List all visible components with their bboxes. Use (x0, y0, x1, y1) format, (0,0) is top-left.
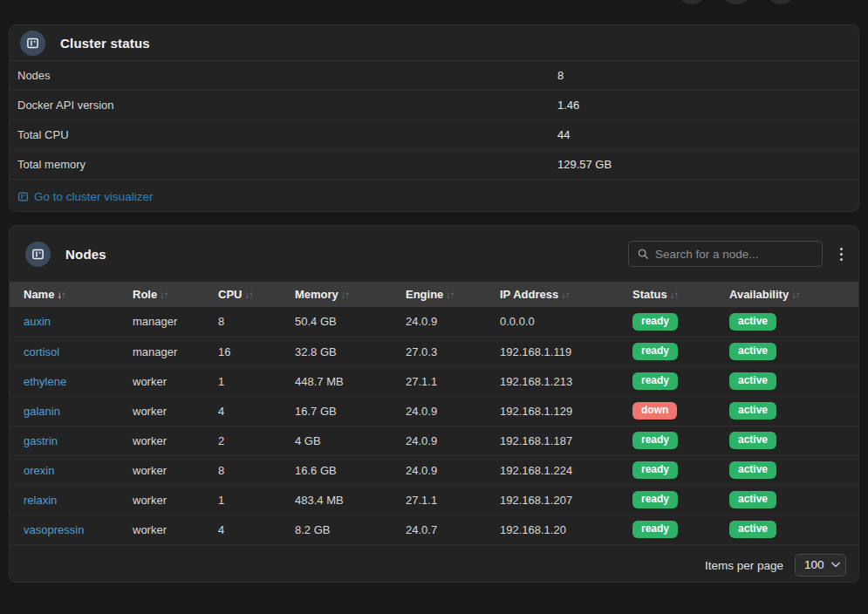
column-header-memory[interactable]: Memory↓↑ (281, 282, 392, 307)
server-icon (25, 242, 51, 267)
column-header-cpu[interactable]: CPU↓↑ (204, 282, 281, 307)
table-row: relaxinworker1483.4 MB27.1.1192.168.1.20… (10, 485, 858, 515)
stat-row-docker-api-version: Docker API version 1.46 (10, 91, 858, 120)
column-label: Name (24, 288, 54, 301)
nodes-panel: Nodes Name↓↑Role↓↑CPU↓↑Memory↓↑Engine↓↑I… (9, 225, 859, 583)
table-settings-button[interactable] (835, 244, 848, 264)
availability-badge: active (729, 432, 776, 449)
table-footer: Items per page 100 (10, 545, 858, 580)
node-name-link[interactable]: vasopressin (10, 515, 119, 544)
table-row: auxinmanager850.4 GB24.0.90.0.0.0readyac… (10, 307, 858, 337)
cell-availability: active (715, 396, 858, 426)
sort-arrows-icon: ↓↑ (341, 290, 350, 300)
cell-engine: 27.1.1 (392, 366, 486, 396)
cell-cpu: 16 (204, 337, 281, 366)
stat-label: Total memory (17, 158, 85, 171)
node-search-box (628, 241, 823, 267)
cell-engine: 27.1.1 (392, 485, 486, 515)
stat-label: Total CPU (17, 128, 69, 141)
node-search-input[interactable] (655, 248, 814, 261)
window-control-button-1[interactable] (676, 0, 707, 4)
node-name-link[interactable]: galanin (10, 396, 119, 426)
availability-badge: active (729, 343, 776, 360)
node-name-link[interactable]: orexin (10, 455, 119, 485)
table-row: ethyleneworker1448.7 MB27.1.1192.168.1.2… (10, 366, 858, 396)
column-header-role[interactable]: Role↓↑ (119, 282, 204, 307)
cell-role: worker (119, 455, 204, 485)
node-name-link[interactable]: gastrin (10, 426, 119, 455)
cell-engine: 27.0.3 (392, 337, 486, 366)
cell-cpu: 8 (204, 307, 281, 337)
cell-role: worker (119, 515, 204, 544)
cell-engine: 24.0.9 (392, 396, 486, 426)
availability-badge: active (729, 461, 776, 479)
sort-arrows-icon: ↓↑ (791, 290, 800, 300)
table-row: vasopressinworker48.2 GB24.0.7192.168.1.… (10, 515, 858, 544)
table-row: galaninworker416.7 GB24.0.9192.168.1.129… (10, 396, 858, 426)
nodes-panel-header: Nodes (10, 226, 858, 282)
window-control-button-2[interactable] (721, 0, 752, 4)
column-label: IP Address (500, 288, 558, 301)
status-badge: ready (632, 372, 678, 390)
nodes-table-header-row: Name↓↑Role↓↑CPU↓↑Memory↓↑Engine↓↑IP Addr… (10, 282, 858, 307)
cell-memory: 8.2 GB (281, 515, 392, 544)
cell-cpu: 2 (204, 426, 281, 455)
node-name-link[interactable]: ethylene (10, 366, 119, 396)
status-badge: down (632, 402, 677, 420)
cell-availability: active (715, 455, 858, 485)
availability-badge: active (729, 521, 776, 538)
cell-ip: 192.168.1.129 (486, 396, 619, 426)
column-header-engine[interactable]: Engine↓↑ (392, 282, 486, 307)
cell-status: ready (619, 366, 715, 396)
cluster-visualizer-link[interactable]: Go to cluster visualizer (17, 190, 154, 203)
cell-ip: 192.168.1.119 (486, 337, 619, 366)
cell-engine: 24.0.9 (392, 426, 486, 455)
sort-arrows-icon: ↓↑ (670, 290, 679, 300)
sort-arrows-icon: ↓↑ (160, 290, 168, 300)
availability-badge: active (729, 402, 776, 420)
cell-engine: 24.0.7 (392, 515, 486, 544)
cell-memory: 448.7 MB (281, 366, 392, 396)
cell-ip: 192.168.1.187 (486, 426, 619, 455)
cell-memory: 50.4 GB (281, 307, 392, 337)
cell-status: ready (619, 337, 715, 366)
column-label: Status (632, 288, 667, 301)
server-icon (17, 191, 29, 202)
cluster-visualizer-link-label: Go to cluster visualizer (34, 190, 154, 203)
cell-availability: active (715, 426, 858, 455)
status-badge: ready (632, 521, 678, 538)
status-badge: ready (632, 461, 678, 479)
status-badge: ready (632, 313, 678, 331)
table-row: cortisolmanager1632.8 GB27.0.3192.168.1.… (10, 337, 858, 366)
node-name-link[interactable]: auxin (10, 307, 119, 337)
availability-badge: active (729, 313, 776, 331)
cell-memory: 483.4 MB (281, 485, 392, 515)
cell-status: ready (619, 455, 715, 485)
nodes-table: Name↓↑Role↓↑CPU↓↑Memory↓↑Engine↓↑IP Addr… (10, 282, 858, 545)
column-label: CPU (218, 288, 242, 301)
stat-row-total-memory: Total memory 129.57 GB (10, 150, 858, 180)
column-header-name[interactable]: Name↓↑ (10, 282, 119, 307)
window-control-button-3[interactable] (765, 0, 796, 4)
cell-status: ready (619, 515, 715, 544)
cell-memory: 4 GB (281, 426, 392, 455)
sort-arrows-icon: ↓↑ (561, 290, 570, 300)
sort-arrows-icon: ↓↑ (57, 290, 65, 300)
items-per-page-select[interactable]: 100 (795, 554, 846, 576)
stat-value: 1.46 (557, 99, 579, 112)
node-name-link[interactable]: cortisol (10, 337, 119, 366)
stat-value: 129.57 GB (557, 158, 612, 171)
stat-label: Nodes (17, 69, 51, 82)
cell-role: worker (119, 485, 204, 515)
cluster-status-header: Cluster status (10, 25, 858, 61)
column-label: Role (133, 288, 157, 301)
cell-role: worker (119, 366, 204, 396)
cell-cpu: 1 (204, 366, 281, 396)
status-badge: ready (632, 343, 678, 360)
cluster-status-panel: Cluster status Nodes 8 Docker API versio… (9, 24, 859, 212)
column-header-status[interactable]: Status↓↑ (619, 282, 715, 307)
column-header-ip-address[interactable]: IP Address↓↑ (486, 282, 619, 307)
node-name-link[interactable]: relaxin (10, 485, 119, 515)
cell-role: worker (119, 396, 204, 426)
column-header-availability[interactable]: Availability↓↑ (715, 282, 858, 307)
